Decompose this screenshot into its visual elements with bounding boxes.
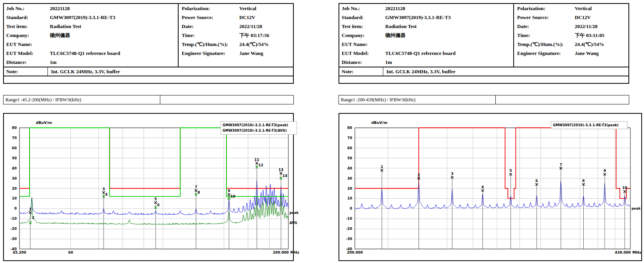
svg-text:70: 70: [12, 136, 17, 140]
header-row: Company:德州儀器: [6, 31, 178, 40]
header-left-column: Job No.:20221128 Standard:GMW3097(2019)-…: [4, 4, 179, 67]
header-row: Date:2022/11/28: [517, 22, 628, 31]
svg-text:7: 7: [195, 185, 197, 189]
svg-text:peak: peak: [632, 207, 641, 210]
svg-text:439.000: 439.000: [615, 251, 631, 254]
svg-text:-30: -30: [346, 237, 352, 241]
svg-text:1: 1: [29, 207, 32, 211]
header-row: Engineer Signature:Jane Wang: [517, 49, 628, 58]
svg-text:5: 5: [509, 169, 512, 173]
svg-text:30: 30: [347, 177, 352, 180]
header-row: EUT Model:TLC6C5748-Q1 reference board: [342, 49, 513, 58]
svg-text:8: 8: [582, 179, 584, 183]
svg-text:peak: peak: [290, 211, 299, 215]
svg-text:2: 2: [32, 216, 34, 220]
svg-text:MHz: MHz: [632, 250, 641, 254]
svg-text:10: 10: [12, 196, 17, 200]
svg-text:dBuV/m: dBuV/m: [371, 120, 388, 125]
spectrum-chart-200-439: -40-30-20-1001020304050607080dBuV/m200.0…: [339, 114, 641, 260]
header-empty-row: [3, 76, 294, 84]
header-row: Job No.:20221128: [6, 4, 178, 13]
svg-text:13: 13: [279, 168, 284, 172]
header-row: Polarization:Vertical: [517, 4, 628, 13]
svg-text:50: 50: [12, 156, 17, 160]
svg-text:10: 10: [622, 186, 627, 190]
svg-text:200.000: 200.000: [347, 251, 363, 254]
chart-box: -40-30-20-1001020304050607080dBuV/m45.20…: [3, 113, 294, 261]
svg-text:7: 7: [560, 163, 562, 167]
svg-text:5: 5: [154, 197, 157, 201]
svg-text:9: 9: [228, 189, 230, 193]
range-label: Range1 :45.2-200(MHz) / IFBW:9(kHz): [5, 97, 81, 102]
svg-text:-20: -20: [11, 227, 17, 231]
svg-text:60: 60: [347, 146, 352, 150]
header-empty-row: [339, 76, 629, 84]
chart-box: -40-30-20-1001020304050607080dBuV/m200.0…: [339, 113, 642, 261]
spectrum-chart-45-200: -40-30-20-1001020304050607080dBuV/m45.20…: [4, 114, 293, 260]
svg-text:-10: -10: [11, 217, 17, 221]
svg-text:4: 4: [481, 185, 484, 189]
svg-text:0: 0: [350, 207, 352, 210]
svg-text:80: 80: [12, 126, 17, 130]
svg-text:GMW3097(2019)-3.3.1-RE-T3(peak: GMW3097(2019)-3.3.1-RE-T3(peak): [553, 123, 619, 127]
header-row: Test item:Radiation Test: [6, 22, 178, 31]
svg-text:60: 60: [12, 146, 17, 150]
header-row: Distance:1m: [6, 58, 178, 67]
note-row: Note:Int. GCLK 24MHz, 3.3V, buffer: [339, 67, 628, 76]
svg-text:4: 4: [105, 192, 107, 196]
svg-text:200.000: 200.000: [273, 251, 289, 254]
header-row: Time:下午 03:17:56: [182, 31, 293, 40]
svg-text:40: 40: [347, 166, 352, 170]
svg-text:45.200: 45.200: [13, 251, 26, 254]
svg-text:70: 70: [347, 136, 352, 140]
svg-text:10: 10: [347, 196, 352, 200]
header-row: Job No.:20221128: [342, 4, 513, 13]
svg-text:1: 1: [381, 165, 383, 169]
header-row: Standard:GMW3097(2019)-3.3.1-RE-T3: [6, 13, 178, 22]
svg-text:-10: -10: [346, 217, 352, 221]
header-row: Date:2022/11/28: [182, 22, 293, 31]
header-row: Temp.(℃)/Hum.(%):24.4(℃)/54%: [182, 40, 293, 49]
svg-text:3: 3: [102, 187, 105, 191]
header-row: EUT Model:TLC6C5748-Q1 reference board: [6, 49, 178, 58]
header-row: Engineer Signature:Jane Wang: [182, 49, 293, 58]
svg-text:MHz: MHz: [290, 250, 299, 254]
svg-text:40: 40: [12, 166, 17, 170]
svg-text:dBuV/m: dBuV/m: [36, 120, 52, 125]
header-row: Distance:1m: [342, 58, 513, 67]
svg-text:6: 6: [157, 203, 160, 207]
header-right-column: Polarization:Vertical Power Source:DC12V…: [514, 4, 628, 67]
header-row: Polarization:Vertical: [182, 4, 293, 13]
header-row: Time:下午 03:11:05: [517, 31, 628, 40]
header-row: Temp.(℃)/Hum.(%):24.4(℃)/54%: [517, 40, 628, 49]
svg-text:GMW3097(2019)-3.3.1-RE-T3(peak: GMW3097(2019)-3.3.1-RE-T3(peak): [223, 123, 288, 127]
svg-text:9: 9: [604, 169, 606, 173]
svg-text:60: 60: [68, 251, 73, 254]
svg-text:11: 11: [254, 158, 260, 162]
svg-text:20: 20: [347, 187, 352, 191]
svg-text:-20: -20: [346, 227, 352, 231]
svg-text:0: 0: [14, 207, 17, 210]
svg-text:-30: -30: [11, 237, 17, 241]
svg-text:80: 80: [347, 126, 352, 130]
header-row: Test item:Radiation Test: [342, 22, 513, 31]
header-row: Company:德州儀器: [342, 31, 513, 40]
header-row: EUT Name:: [6, 40, 178, 49]
svg-text:10: 10: [230, 194, 235, 198]
header-table: Job No.:20221128 Standard:GMW3097(2019)-…: [3, 3, 294, 76]
svg-text:AVG: AVG: [290, 221, 297, 225]
svg-text:50: 50: [347, 156, 352, 160]
header-right-column: Polarization:Vertical Power Source:DC12V…: [179, 4, 293, 67]
header-row: Power Source:DC12V: [517, 13, 628, 22]
report-range1-45-200: Job No.:20221128 Standard:GMW3097(2019)-…: [3, 3, 294, 261]
header-row: Standard:GMW3097(2019)-3.3.1-RE-T3: [342, 13, 513, 22]
svg-text:GMW3097(2019)-3.3.1-RE-T3(AVG): GMW3097(2019)-3.3.1-RE-T3(AVG): [223, 129, 287, 132]
header-left-column: Job No.:20221128 Standard:GMW3097(2019)-…: [339, 4, 514, 67]
emc-test-report-page: Job No.:20221128 Standard:GMW3097(2019)-…: [0, 0, 644, 263]
range-label: Range1 :200-439(MHz) / IFBW:9(kHz): [341, 97, 416, 102]
header-row: Power Source:DC12V: [182, 13, 293, 22]
range-label-box: Range1 :45.2-200(MHz) / IFBW:9(kHz): [3, 95, 294, 104]
note-row: Note:Int. GCLK 24MHz, 3.3V, buffer: [4, 67, 293, 76]
svg-text:12: 12: [258, 163, 263, 167]
svg-text:30: 30: [12, 177, 17, 180]
